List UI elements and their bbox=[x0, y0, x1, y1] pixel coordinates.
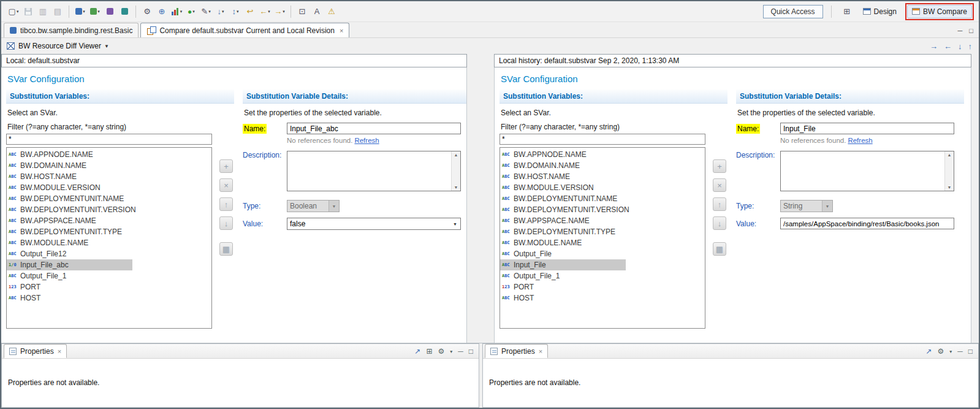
variable-list-item[interactable]: HOST bbox=[7, 292, 211, 304]
variable-list-item[interactable]: BW.DEPLOYMENTUNIT.VERSION bbox=[500, 204, 705, 215]
view-menu-icon[interactable]: ▾ bbox=[450, 349, 452, 354]
step-over-icon[interactable]: ↕▾ bbox=[229, 6, 242, 18]
value-input[interactable] bbox=[780, 218, 954, 229]
show-advanced-properties-icon[interactable]: ⚙ bbox=[937, 347, 944, 356]
settings-gear-icon[interactable]: ⚙ bbox=[140, 6, 154, 18]
variable-list-item[interactable]: BW.HOST.NAME bbox=[500, 171, 705, 182]
save-icon[interactable] bbox=[21, 6, 35, 18]
variable-list-item[interactable]: PORT bbox=[7, 281, 211, 292]
move-up-button[interactable]: ↑ bbox=[713, 197, 726, 211]
previous-difference-icon[interactable]: ↑ bbox=[968, 42, 973, 51]
new-wizard-button[interactable]: ▢▾ bbox=[7, 6, 20, 18]
annotate-icon[interactable]: ✎▾ bbox=[199, 6, 213, 18]
variable-list-item[interactable]: BW.APPSPACE.NAME bbox=[500, 215, 705, 226]
close-tab-icon[interactable]: × bbox=[340, 27, 343, 34]
variable-list-item[interactable]: Input_File bbox=[500, 259, 626, 270]
substitution-variables-list[interactable]: BW.APPNODE.NAME BW.DOMAIN.NAME bbox=[499, 147, 705, 329]
delete-variable-button[interactable]: × bbox=[713, 178, 726, 192]
next-difference-icon[interactable]: ↓ bbox=[958, 42, 962, 51]
open-in-editor-icon[interactable]: ↗ bbox=[925, 347, 932, 356]
variable-list-item[interactable]: BW.APPSPACE.NAME bbox=[7, 215, 211, 226]
name-input[interactable] bbox=[287, 123, 461, 134]
tab-properties[interactable]: Properties × bbox=[4, 344, 67, 358]
minimize-icon[interactable]: ─ bbox=[458, 347, 463, 356]
delete-variable-button[interactable]: × bbox=[219, 178, 233, 192]
variable-list-item[interactable]: BW.MODULE.NAME bbox=[500, 237, 705, 248]
variable-list-item[interactable]: BW.DOMAIN.NAME bbox=[7, 160, 211, 171]
variable-list-item[interactable]: BW.DEPLOYMENTUNIT.TYPE bbox=[500, 226, 705, 237]
variable-list-item[interactable]: BW.APPNODE.NAME bbox=[7, 149, 211, 160]
variable-list-item[interactable]: BW.MODULE.VERSION bbox=[7, 182, 211, 193]
last-edit-location-icon[interactable]: ↩ bbox=[243, 6, 257, 18]
step-into-icon[interactable]: ↓▾ bbox=[214, 6, 227, 18]
show-advanced-properties-icon[interactable]: ⚙ bbox=[438, 347, 444, 356]
variable-list-item[interactable]: Output_File_1 bbox=[500, 270, 705, 281]
name-input[interactable] bbox=[780, 123, 954, 134]
import-resources-icon[interactable] bbox=[118, 6, 131, 18]
view-menu-icon[interactable]: ▾ bbox=[949, 349, 952, 354]
print-icon[interactable]: ▤ bbox=[51, 6, 64, 18]
variable-list-item[interactable]: BW.DEPLOYMENTUNIT.VERSION bbox=[7, 204, 211, 215]
type-dropdown[interactable]: String ▼ bbox=[780, 200, 833, 212]
scroll-up-icon[interactable]: ▲ bbox=[454, 153, 458, 157]
variable-list-item[interactable]: BW.MODULE.NAME bbox=[7, 237, 211, 248]
variable-list-item[interactable]: Output_File12 bbox=[7, 248, 211, 259]
variable-list-item[interactable]: BW.DEPLOYMENTUNIT.NAME bbox=[7, 193, 211, 204]
variable-list-item[interactable]: Output_File_1 bbox=[7, 270, 211, 281]
add-variable-button[interactable]: + bbox=[219, 159, 233, 173]
textarea-scrollbar[interactable]: ▲ ▼ bbox=[451, 151, 460, 191]
back-icon[interactable]: ←▾ bbox=[258, 6, 272, 18]
globe-icon[interactable]: ⊕ bbox=[155, 6, 169, 18]
variable-list-item[interactable]: Output_File bbox=[500, 248, 705, 259]
scroll-down-icon[interactable]: ▼ bbox=[454, 185, 458, 189]
type-dropdown[interactable]: Boolean ▼ bbox=[287, 200, 340, 212]
copy-right-to-left-icon[interactable]: ← bbox=[944, 42, 952, 51]
bw-compare-perspective-button[interactable]: BW Compare bbox=[907, 5, 972, 18]
font-annotation-icon[interactable]: A bbox=[310, 6, 324, 18]
variable-list-item[interactable]: BW.APPNODE.NAME bbox=[500, 149, 705, 160]
filter-input[interactable] bbox=[499, 134, 705, 145]
variable-list-item[interactable]: PORT bbox=[500, 281, 705, 292]
save-all-icon[interactable]: ▥ bbox=[36, 6, 50, 18]
chart-icon[interactable]: ▾ bbox=[170, 6, 183, 18]
copy-to-profile-button[interactable]: ▦ bbox=[713, 242, 726, 256]
external-tools-icon[interactable]: ⊡ bbox=[295, 6, 309, 18]
minimize-icon[interactable]: ─ bbox=[958, 27, 963, 34]
variable-list-item[interactable]: BW.DOMAIN.NAME bbox=[500, 160, 705, 171]
value-dropdown[interactable]: false ▼ bbox=[287, 218, 461, 230]
forward-icon[interactable]: →▾ bbox=[273, 6, 286, 18]
close-tab-icon[interactable]: × bbox=[58, 348, 61, 355]
new-bw-module-icon[interactable]: ▾ bbox=[88, 6, 102, 18]
maximize-icon[interactable]: □ bbox=[968, 347, 973, 356]
open-perspective-icon[interactable]: ⊞ bbox=[840, 6, 854, 18]
minimize-icon[interactable]: ─ bbox=[957, 347, 963, 356]
maximize-icon[interactable]: □ bbox=[969, 27, 973, 34]
refresh-link[interactable]: Refresh bbox=[354, 137, 379, 144]
tab-properties[interactable]: Properties × bbox=[485, 344, 548, 358]
scroll-up-icon[interactable]: ▲ bbox=[948, 153, 952, 157]
variable-list-item[interactable]: BW.DEPLOYMENTUNIT.TYPE bbox=[7, 226, 211, 237]
close-tab-icon[interactable]: × bbox=[539, 348, 542, 355]
variable-list-item[interactable]: Input_File_abc bbox=[7, 259, 132, 270]
description-textarea[interactable]: ▲ ▼ bbox=[780, 151, 954, 191]
move-down-button[interactable]: ↓ bbox=[219, 216, 233, 230]
move-down-button[interactable]: ↓ bbox=[713, 216, 726, 230]
quick-access-button[interactable]: Quick Access bbox=[763, 5, 823, 18]
copy-left-to-right-icon[interactable]: → bbox=[930, 42, 938, 51]
validation-warning-icon[interactable]: ⚠ bbox=[325, 6, 338, 18]
run-icon[interactable]: ●▾ bbox=[184, 6, 198, 18]
viewer-dropdown-icon[interactable]: ▼ bbox=[104, 44, 109, 49]
move-up-button[interactable]: ↑ bbox=[219, 197, 233, 211]
tab-compare-substvar[interactable]: Compare default.substvar Current and Loc… bbox=[140, 23, 349, 37]
description-textarea[interactable]: ▲ ▼ bbox=[287, 151, 461, 191]
overview-ruler[interactable] bbox=[971, 67, 979, 343]
textarea-scrollbar[interactable]: ▲ ▼ bbox=[944, 151, 954, 191]
variable-list-item[interactable]: BW.MODULE.VERSION bbox=[500, 182, 705, 193]
add-variable-button[interactable]: + bbox=[713, 159, 726, 173]
show-categories-icon[interactable]: ⊞ bbox=[426, 347, 432, 356]
new-shared-module-icon[interactable] bbox=[103, 6, 116, 18]
maximize-icon[interactable]: □ bbox=[469, 347, 473, 356]
design-perspective-button[interactable]: Design bbox=[859, 6, 901, 18]
open-in-editor-icon[interactable]: ↗ bbox=[414, 347, 420, 356]
tab-project-basic[interactable]: tibco.bw.sample.binding.rest.Basic bbox=[4, 23, 139, 37]
